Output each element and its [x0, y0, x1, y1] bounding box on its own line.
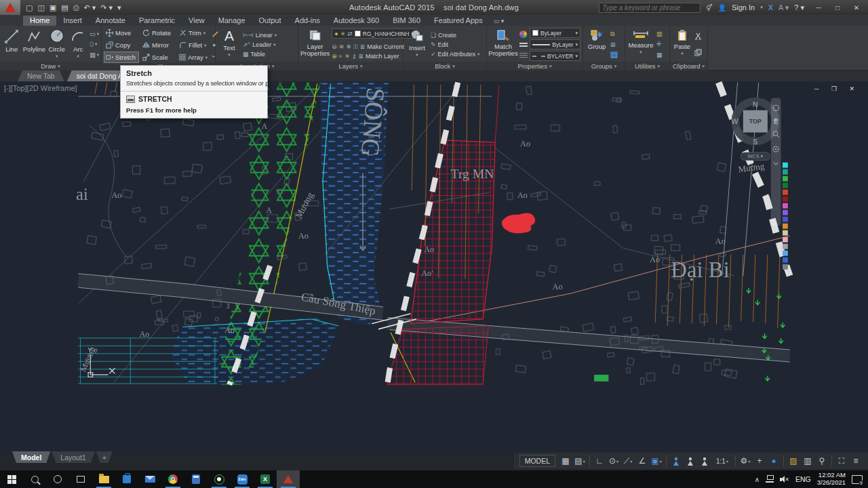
tab-output[interactable]: Output: [252, 16, 288, 26]
sign-in-button[interactable]: Sign In: [732, 3, 755, 12]
edit-block-button[interactable]: Edit: [438, 41, 449, 48]
language-indicator[interactable]: ENG: [795, 475, 811, 483]
viewcube-south[interactable]: S: [753, 138, 757, 146]
create-block-button[interactable]: Create: [438, 32, 456, 39]
copy-button[interactable]: Copy: [104, 39, 139, 51]
insert-button[interactable]: Insert▾: [406, 27, 429, 62]
rotate-button[interactable]: Rotate: [140, 27, 176, 39]
grid-icon[interactable]: ▦: [559, 454, 572, 468]
utilities-panel-label[interactable]: Utilities: [625, 62, 669, 70]
start-button[interactable]: [0, 470, 23, 488]
palette-color-swatch[interactable]: [783, 224, 788, 229]
viewport-controls[interactable]: [-][Top][2D Wireframe]: [4, 84, 77, 92]
block-panel-label[interactable]: Block: [403, 62, 486, 70]
open-icon[interactable]: ◫: [37, 3, 44, 12]
close-button[interactable]: ✕: [848, 1, 865, 14]
layer-lock-icon[interactable]: ⚿: [353, 43, 358, 51]
clipboard-panel-label[interactable]: Clipboard: [670, 62, 707, 70]
calculator-icon[interactable]: [184, 470, 208, 488]
table-button[interactable]: Table: [251, 51, 266, 58]
tab-view[interactable]: View: [182, 16, 212, 26]
layer-unisolate-icon[interactable]: ≈: [339, 53, 342, 60]
exchange-icon[interactable]: ⚥: [706, 4, 712, 12]
qat-menu-icon[interactable]: ▾: [117, 3, 121, 12]
make-current-button[interactable]: Make Current: [367, 43, 404, 50]
scale-select[interactable]: 1:1▾: [712, 454, 732, 468]
isolate-objects-icon[interactable]: ▨: [787, 454, 800, 468]
layer-properties-button[interactable]: Layer Properties: [300, 27, 330, 62]
maximize-button[interactable]: □: [829, 1, 846, 14]
save-as-icon[interactable]: ▤: [61, 3, 68, 12]
save-icon[interactable]: ▣: [50, 3, 56, 12]
cortana-icon[interactable]: [46, 470, 69, 488]
palette-color-swatch[interactable]: [783, 264, 788, 270]
drawing-canvas[interactable]: [-][Top][2D Wireframe] ─ ❐ ✕: [0, 81, 868, 451]
map-drawing[interactable]: Y N W E S TOP WCS ▾: [0, 81, 868, 451]
rectangle-icon[interactable]: ▭: [90, 30, 96, 37]
clean-screen-paste-icon[interactable]: ▥: [801, 454, 814, 468]
palette-color-swatch[interactable]: [783, 237, 788, 243]
palette-color-swatch[interactable]: [783, 176, 788, 182]
zalo-icon[interactable]: Zalo: [231, 470, 254, 488]
move-button[interactable]: Move: [104, 27, 139, 39]
layer-freeze-icon[interactable]: ❄: [346, 43, 351, 50]
color-wheel-icon[interactable]: [519, 30, 527, 38]
signin-dropdown-icon[interactable]: ▾: [760, 5, 763, 10]
object-snap-icon[interactable]: ▣▾: [650, 454, 663, 468]
palette-color-swatch[interactable]: [783, 217, 788, 222]
stretch-button[interactable]: Stretch: [104, 52, 139, 63]
draw-panel-label[interactable]: Draw: [0, 62, 101, 70]
ellipse-icon[interactable]: ⬯: [90, 41, 94, 48]
isodraft-icon[interactable]: ⟋▾: [621, 454, 635, 468]
help-search-input[interactable]: [599, 3, 701, 13]
arc-button[interactable]: Arc▾: [68, 27, 87, 62]
fillet-button[interactable]: Fillet▾: [177, 39, 210, 51]
palette-color-swatch[interactable]: [783, 244, 788, 249]
layout1-tab[interactable]: Layout1: [52, 451, 94, 463]
layer-off-icon[interactable]: ⊖: [332, 43, 337, 50]
layer-thaw-icon[interactable]: ☀: [344, 53, 350, 60]
autocad-taskbar-icon[interactable]: [277, 470, 300, 488]
line-button[interactable]: Line: [2, 27, 21, 62]
graphics-performance-icon[interactable]: ⚲: [815, 454, 829, 468]
undo-icon[interactable]: ↶ ▾: [83, 3, 96, 12]
lineweight-select[interactable]: ByLayer▾: [530, 39, 580, 49]
palette-color-swatch[interactable]: [783, 210, 788, 216]
palette-color-swatch[interactable]: [783, 251, 788, 256]
tab-bim-360[interactable]: BIM 360: [386, 16, 427, 26]
paste-button[interactable]: Paste▾: [672, 27, 692, 62]
groups-panel-label[interactable]: Groups: [583, 62, 625, 70]
object-snap-tracking-icon[interactable]: ∠: [635, 454, 649, 468]
layer-unlock-icon[interactable]: ⚷: [352, 53, 357, 60]
coccoc-icon[interactable]: [208, 470, 231, 488]
mirror-button[interactable]: Mirror: [140, 39, 176, 51]
linear-button[interactable]: Linear: [256, 32, 273, 39]
palette-color-swatch[interactable]: [783, 190, 788, 195]
palette-color-swatch[interactable]: [783, 203, 788, 209]
quick-select-icon[interactable]: ▥: [656, 30, 663, 37]
new-icon[interactable]: ▢: [26, 3, 33, 12]
document-window-buttons[interactable]: ─ ❐ ✕: [814, 85, 860, 92]
tab-add-ins[interactable]: Add-ins: [288, 16, 327, 26]
autodesk360-icon[interactable]: X: [768, 3, 773, 12]
ortho-icon[interactable]: ∟: [593, 454, 606, 468]
taskbar-clock[interactable]: 12:02 AM 3/26/2021: [817, 472, 846, 487]
fullscreen-icon[interactable]: ⛶: [835, 454, 848, 468]
plot-icon[interactable]: ⎙: [73, 3, 79, 12]
autoscale-icon[interactable]: [684, 454, 697, 468]
viewcube-north[interactable]: N: [753, 100, 758, 108]
quick-calc-icon[interactable]: ▦: [656, 52, 663, 58]
ungroup-icon[interactable]: ⧉: [610, 30, 618, 38]
palette-color-swatch[interactable]: [783, 197, 788, 202]
new-layout-button[interactable]: +: [96, 451, 113, 463]
palette-color-swatch[interactable]: [783, 169, 788, 175]
autocad-logo-icon[interactable]: [0, 0, 20, 15]
match-properties-button[interactable]: Match Properties: [489, 27, 517, 62]
linetype-select[interactable]: BYLAYER▾: [530, 51, 580, 61]
circle-button[interactable]: Circle▾: [47, 27, 66, 62]
minimize-button[interactable]: ─: [810, 1, 827, 14]
redo-icon[interactable]: ↷ ▾: [100, 3, 113, 12]
viewcube-west[interactable]: W: [731, 117, 738, 125]
color-select[interactable]: ByLayer▾: [530, 28, 580, 38]
annotation-monitor-icon[interactable]: +: [753, 454, 766, 468]
